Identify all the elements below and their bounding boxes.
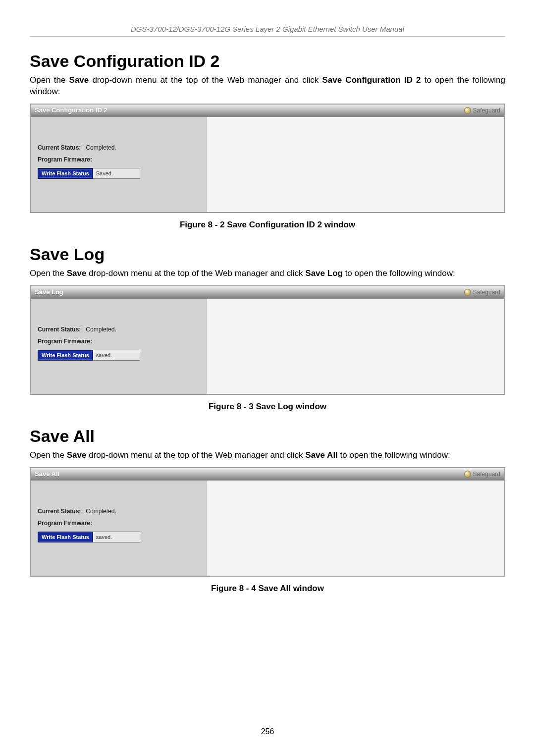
figure-caption: Figure 8 - 4 Save All window [30,584,505,594]
page-header: DGS-3700-12/DGS-3700-12G Series Layer 2 … [30,25,505,36]
current-status-label: Current Status: [38,508,81,515]
section-title: Save Log [30,245,505,264]
intro-bold: Save Configuration ID 2 [322,75,421,85]
write-flash-status-button[interactable]: Write Flash Status [38,168,93,179]
panel-title: Save Log [35,288,63,296]
current-status-label: Current Status: [38,144,81,151]
header-divider [30,36,505,37]
safeguard-badge: Safeguard [464,289,500,296]
intro-bold: Save [67,269,87,278]
section: Save LogOpen the Save drop-down menu at … [30,245,505,412]
intro-bold: Save [69,75,89,85]
write-flash-status-value: Saved. [93,168,140,179]
panel-right [207,481,504,576]
write-flash-status-button[interactable]: Write Flash Status [38,350,93,361]
current-status-row: Current Status:Completed. [38,144,200,151]
panel-left: Current Status:Completed.Program Firmwar… [31,481,207,576]
document-page: DGS-3700-12/DGS-3700-12G Series Layer 2 … [0,0,535,756]
panel-titlebar: Save LogSafeguard [31,286,504,299]
program-firmware-row: Program Firmware: [38,338,200,345]
panel-left: Current Status:Completed.Program Firmwar… [31,117,207,212]
safeguard-label: Safeguard [473,289,500,296]
write-flash-row: Write Flash Statussaved. [38,532,200,542]
current-status-label: Current Status: [38,326,81,333]
safeguard-badge: Safeguard [464,107,500,114]
screenshot-panel: Save LogSafeguardCurrent Status:Complete… [30,285,505,395]
intro-bold: Save [67,450,87,460]
panel-body: Current Status:Completed.Program Firmwar… [31,299,504,394]
panel-right [207,117,504,212]
section-title: Save Configuration ID 2 [30,52,505,71]
program-firmware-row: Program Firmware: [38,156,200,163]
program-firmware-label: Program Firmware: [38,338,92,345]
safeguard-label: Safeguard [473,471,500,478]
safeguard-label: Safeguard [473,107,500,114]
intro-bold: Save Log [305,269,343,278]
section-title: Save All [30,427,505,446]
program-firmware-row: Program Firmware: [38,520,200,527]
section-intro: Open the Save drop-down menu at the top … [30,450,505,461]
write-flash-status-value: saved. [93,532,140,542]
current-status-row: Current Status:Completed. [38,326,200,333]
program-firmware-label: Program Firmware: [38,520,92,527]
panel-body: Current Status:Completed.Program Firmwar… [31,481,504,576]
intro-bold: Save All [305,450,338,460]
current-status-value: Completed. [86,326,116,333]
safeguard-badge: Safeguard [464,471,500,478]
panel-body: Current Status:Completed.Program Firmwar… [31,117,504,212]
page-number: 256 [0,727,535,736]
section: Save AllOpen the Save drop-down menu at … [30,427,505,594]
section-intro: Open the Save drop-down menu at the top … [30,268,505,279]
write-flash-row: Write Flash StatusSaved. [38,168,200,179]
current-status-value: Completed. [86,508,116,515]
panel-titlebar: Save Configuration ID 2Safeguard [31,105,504,117]
safeguard-icon [464,289,471,296]
section-intro: Open the Save drop-down menu at the top … [30,75,505,98]
write-flash-status-button[interactable]: Write Flash Status [38,532,93,542]
safeguard-icon [464,107,471,114]
panel-titlebar: Save AllSafeguard [31,468,504,481]
panel-title: Save All [35,470,59,478]
panel-title: Save Configuration ID 2 [35,107,107,114]
write-flash-row: Write Flash Statussaved. [38,350,200,361]
current-status-value: Completed. [86,144,116,151]
write-flash-status-value: saved. [93,350,140,361]
panel-right [207,299,504,394]
panel-left: Current Status:Completed.Program Firmwar… [31,299,207,394]
section: Save Configuration ID 2Open the Save dro… [30,52,505,230]
screenshot-panel: Save AllSafeguardCurrent Status:Complete… [30,467,505,577]
figure-caption: Figure 8 - 2 Save Configuration ID 2 win… [30,220,505,230]
safeguard-icon [464,471,471,478]
current-status-row: Current Status:Completed. [38,508,200,515]
figure-caption: Figure 8 - 3 Save Log window [30,402,505,412]
program-firmware-label: Program Firmware: [38,156,92,163]
screenshot-panel: Save Configuration ID 2SafeguardCurrent … [30,104,505,213]
